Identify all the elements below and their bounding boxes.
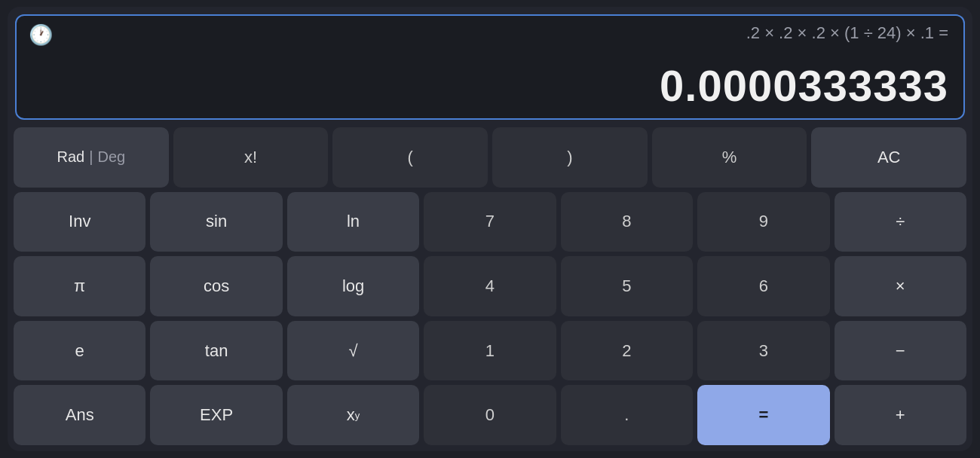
- rad-label: Rad: [57, 148, 85, 166]
- four-button[interactable]: 4: [424, 256, 556, 316]
- zero-button[interactable]: 0: [424, 385, 556, 445]
- display-wrapper: 🕐 .2 × .2 × .2 × (1 ÷ 24) × .1 = 0.00003…: [8, 7, 972, 124]
- button-row-4: e tan √ 1 2 3 −: [14, 321, 966, 381]
- display-history: .2 × .2 × .2 × (1 ÷ 24) × .1 =: [746, 23, 948, 44]
- subtract-button[interactable]: −: [835, 321, 966, 381]
- rad-deg-divider: |: [89, 148, 93, 166]
- display-value: 0.0000333333: [660, 60, 948, 111]
- button-row-5: Ans EXP xy 0 . = +: [14, 385, 966, 445]
- exp-button[interactable]: EXP: [150, 385, 282, 445]
- button-row-3: π cos log 4 5 6 ×: [14, 256, 966, 316]
- three-button[interactable]: 3: [697, 321, 829, 381]
- two-button[interactable]: 2: [561, 321, 693, 381]
- history-icon[interactable]: 🕐: [29, 23, 53, 47]
- tan-button[interactable]: tan: [150, 321, 282, 381]
- inv-button[interactable]: Inv: [14, 192, 145, 252]
- six-button[interactable]: 6: [697, 256, 829, 316]
- open-paren-button[interactable]: (: [332, 127, 488, 188]
- close-paren-button[interactable]: ): [492, 127, 648, 188]
- display: .2 × .2 × .2 × (1 ÷ 24) × .1 = 0.0000333…: [15, 14, 965, 120]
- calculator: 🕐 .2 × .2 × .2 × (1 ÷ 24) × .1 = 0.00003…: [8, 7, 972, 451]
- rad-deg-button[interactable]: Rad | Deg: [14, 127, 169, 188]
- add-button[interactable]: +: [835, 385, 966, 445]
- ln-button[interactable]: ln: [287, 192, 419, 252]
- percent-button[interactable]: %: [652, 127, 807, 188]
- log-button[interactable]: log: [287, 256, 419, 316]
- power-button[interactable]: xy: [287, 385, 419, 445]
- nine-button[interactable]: 9: [697, 192, 829, 252]
- deg-label: Deg: [97, 148, 125, 166]
- button-row-1: Rad | Deg x! ( ) % AC: [14, 127, 966, 188]
- five-button[interactable]: 5: [561, 256, 693, 316]
- ac-button[interactable]: AC: [811, 127, 966, 188]
- divide-button[interactable]: ÷: [835, 192, 966, 252]
- eight-button[interactable]: 8: [561, 192, 693, 252]
- sin-button[interactable]: sin: [150, 192, 282, 252]
- button-grid: Rad | Deg x! ( ) % AC Inv sin ln 7 8 9 ÷…: [8, 124, 972, 451]
- equals-button[interactable]: =: [697, 385, 829, 445]
- one-button[interactable]: 1: [424, 321, 556, 381]
- power-superscript: y: [355, 410, 360, 421]
- decimal-button[interactable]: .: [561, 385, 693, 445]
- factorial-button[interactable]: x!: [173, 127, 329, 188]
- pi-button[interactable]: π: [14, 256, 145, 316]
- cos-button[interactable]: cos: [150, 256, 282, 316]
- ans-button[interactable]: Ans: [14, 385, 145, 445]
- e-button[interactable]: e: [14, 321, 145, 381]
- button-row-2: Inv sin ln 7 8 9 ÷: [14, 192, 966, 252]
- sqrt-button[interactable]: √: [287, 321, 419, 381]
- multiply-button[interactable]: ×: [835, 256, 966, 316]
- seven-button[interactable]: 7: [424, 192, 556, 252]
